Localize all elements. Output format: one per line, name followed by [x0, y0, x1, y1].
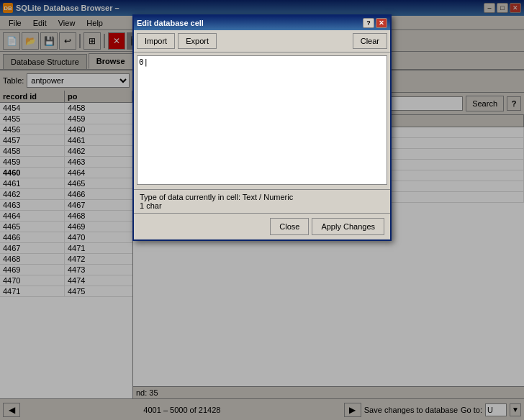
dialog-title-bar: Edit database cell ? ✕	[134, 16, 390, 30]
dialog-title-buttons: ? ✕	[363, 18, 387, 28]
clear-button[interactable]: Clear	[353, 33, 387, 49]
type-label: Type of data currently in cell: Text / N…	[140, 193, 384, 201]
import-button[interactable]: Import	[137, 33, 175, 49]
cell-value-textarea[interactable]: 0|	[137, 55, 387, 185]
dialog-footer: Close Apply Changes	[134, 213, 390, 239]
close-dialog-button[interactable]: Close	[270, 218, 309, 235]
dialog-toolbar: Import Export Clear	[134, 30, 390, 52]
dialog-textarea-area: 0|	[134, 52, 390, 189]
dialog-close-button[interactable]: ✕	[376, 18, 387, 28]
apply-changes-button[interactable]: Apply Changes	[312, 218, 384, 235]
dialog-help-button[interactable]: ?	[363, 18, 374, 28]
export-button[interactable]: Export	[178, 33, 217, 49]
dialog-type-info: Type of data currently in cell: Text / N…	[134, 189, 390, 213]
char-label: 1 char	[140, 201, 384, 210]
dialog-title: Edit database cell	[137, 19, 204, 27]
edit-database-cell-dialog: Edit database cell ? ✕ Import Export Cle…	[132, 14, 392, 241]
modal-overlay: Edit database cell ? ✕ Import Export Cle…	[0, 0, 524, 420]
